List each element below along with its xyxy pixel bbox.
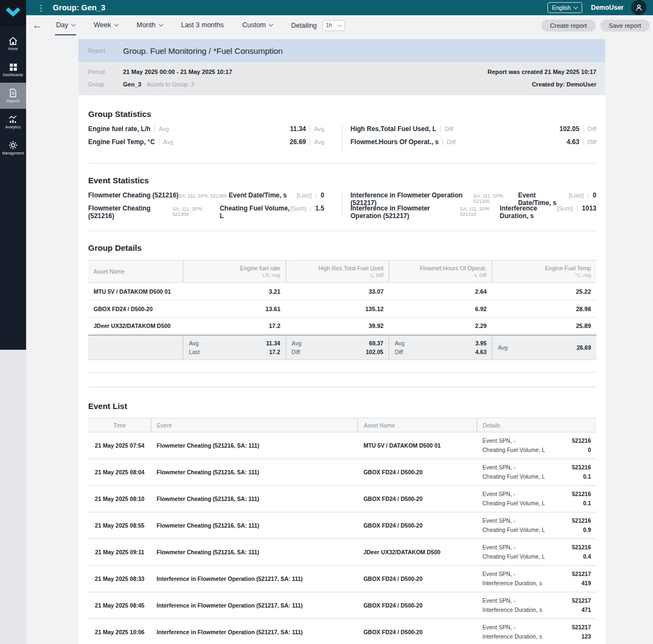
event-cell: Interference in Flowmeter Operation (521…: [151, 566, 358, 592]
tab-custom[interactable]: Custom: [241, 15, 274, 35]
sidebar-item-label: Home: [8, 47, 18, 51]
kebab-menu-icon[interactable]: ⋮: [37, 4, 45, 12]
time-cell: 21 May 2025 08:33: [88, 566, 151, 592]
chevron-down-icon: [114, 22, 119, 26]
temp-cell: 25.89: [492, 318, 597, 335]
event-value: 1013: [582, 205, 596, 212]
asset-cell: GBOX FD24 / D500-20: [358, 459, 477, 486]
stat-agg: Diff: [442, 139, 455, 145]
app-logo[interactable]: [0, 0, 26, 26]
group-statistics-section: Group Statistics Engine fuel rate, L/h A…: [78, 109, 605, 151]
summary-cell: Avg11.34 Last17.2: [183, 335, 286, 360]
stat-row: Engine Fuel Temp, °C Avg 26.69Avg: [88, 138, 324, 151]
stat-value: 4.63: [566, 138, 579, 146]
chevron-down-icon: [158, 22, 163, 26]
event-row[interactable]: 21 May 2025 09:11 Flowmeter Cheating (52…: [88, 539, 596, 566]
detailing-value: 1h: [326, 22, 332, 28]
tab-last-3-months[interactable]: Last 3 months: [180, 15, 225, 35]
tab-label: Week: [94, 21, 111, 29]
event-stat-row: Flowmeter Cheating (521216) SA: 111, SPN…: [88, 191, 324, 205]
home-icon: [9, 37, 17, 45]
create-report-button[interactable]: Create report: [541, 20, 596, 32]
event-stat-row: Interference in Flowmeter Operation (521…: [350, 191, 596, 205]
chevron-down-icon: [337, 22, 342, 27]
event-value: 1.5: [315, 205, 324, 212]
assets-info: Assets to Group: 3: [147, 81, 194, 88]
stat-row: Flowmet.Hours Of Operat., s Diff 4.63Dif…: [350, 138, 596, 151]
fuel-rate-cell: 3.21: [183, 283, 286, 300]
group-details-table: Asset Name Engine fuel rateL/h, Avg High…: [88, 260, 596, 360]
event-row[interactable]: 21 May 2025 08:10 Flowmeter Cheating (52…: [88, 486, 596, 512]
sidebar-item-analytics[interactable]: Analytics: [0, 109, 26, 135]
event-meta: SA: 111, SPN: 521309: [173, 206, 218, 217]
event-row[interactable]: 21 May 2025 08:04 Flowmeter Cheating (52…: [88, 459, 596, 486]
group-label: Group: [88, 81, 123, 88]
period-row: Period 21 May 2025 00:00 - 21 May 2025 1…: [88, 69, 596, 75]
sidebar-nav: Home Dashboards Reports: [0, 26, 26, 350]
column-header-hours[interactable]: Flowmet.Hours Of Operat.s, Diff: [389, 261, 492, 283]
tab-label: Month: [137, 21, 156, 29]
user-name: DemoUser: [591, 4, 624, 11]
language-selector[interactable]: English: [547, 2, 582, 13]
back-arrow-icon[interactable]: ←: [33, 21, 42, 30]
dashboards-icon: [9, 63, 17, 71]
event-value: 0: [321, 191, 324, 199]
event-cell: Interference in Flowmeter Operation (521…: [151, 619, 358, 644]
section-title: Event List: [88, 401, 596, 411]
details-cell: Event SPN, -521216 Cheating Fuel Volume,…: [477, 486, 596, 512]
stat-value: 102.05: [559, 125, 580, 133]
hours-cell: 2.64: [389, 283, 492, 300]
chevron-logo-icon: [5, 7, 21, 19]
table-row[interactable]: MTU 5V / DATAKOM D500 01 3.21 33.07 2.64…: [88, 283, 596, 300]
sidebar-item-dashboards[interactable]: Dashboards: [0, 57, 26, 83]
content-area: Report Group. Fuel Monitoring / *Fuel Co…: [26, 35, 653, 644]
analytics-icon: [9, 115, 17, 123]
details-cell: Event SPN, -521216 Cheating Fuel Volume,…: [477, 459, 596, 486]
event-row[interactable]: 21 May 2025 08:45 Interference in Flowme…: [88, 592, 596, 619]
event-row[interactable]: 21 May 2025 08:55 Flowmeter Cheating (52…: [88, 512, 596, 539]
asset-cell: GBOX FD24 / D500-20: [358, 566, 477, 592]
sidebar-item-home[interactable]: Home: [0, 30, 26, 57]
chevron-down-icon: [574, 4, 578, 9]
event-row[interactable]: 21 May 2025 10:06 Interference in Flowme…: [88, 619, 596, 644]
save-report-button[interactable]: Save report: [600, 20, 650, 32]
event-metric: Cheating Fuel Volume, L: [220, 205, 291, 220]
event-meta: SA: 111, SPN: 521310: [460, 206, 497, 217]
event-agg: [Last]: [297, 192, 312, 199]
section-divider: [88, 163, 596, 164]
tab-week[interactable]: Week: [93, 15, 119, 35]
summary-cell: Avg69.37 Diff102.05: [286, 335, 389, 360]
created-by: Created by: DemoUser: [532, 81, 596, 88]
column-header-temp[interactable]: Engine Fuel Temp°C, Avg: [492, 261, 597, 283]
stat-value-agg: Diff: [583, 139, 596, 145]
column-header-fuel-used[interactable]: High Res.Total Fuel UsedL, Diff: [286, 261, 389, 283]
sidebar-item-management[interactable]: Management: [0, 135, 26, 161]
column-header-asset[interactable]: Asset Name: [88, 261, 183, 283]
column-header-fuel-rate[interactable]: Engine fuel rateL/h, Avg: [183, 261, 286, 283]
avatar[interactable]: [631, 0, 646, 15]
time-cell: 21 May 2025 08:10: [88, 486, 151, 512]
tab-month[interactable]: Month: [135, 15, 164, 35]
column-header-asset[interactable]: Asset Name: [358, 418, 477, 432]
fuel-rate-cell: 17.2: [183, 318, 286, 335]
stat-agg: Avg: [159, 139, 174, 145]
event-list-section: Event List Time Event Asset Name Details: [78, 401, 605, 644]
language-label: English: [552, 4, 571, 11]
summary-empty-cell: [88, 335, 183, 360]
table-row[interactable]: JDeer UX32/DATAKOM D500 17.2 39.92 2.29 …: [88, 318, 596, 335]
event-row[interactable]: 21 May 2025 08:33 Interference in Flowme…: [88, 566, 596, 592]
column-header-time[interactable]: Time: [88, 418, 151, 432]
temp-cell: 25.22: [492, 283, 597, 300]
column-header-event[interactable]: Event: [151, 418, 358, 432]
asset-name-cell: JDeer UX32/DATAKOM D500: [88, 318, 183, 335]
details-cell: Event SPN, -521216 Cheating Fuel Volume,…: [477, 432, 596, 459]
event-agg: [Sum]: [557, 205, 573, 212]
column-header-details[interactable]: Details: [477, 418, 596, 432]
fuel-rate-cell: 13.61: [183, 300, 286, 318]
detailing-select[interactable]: 1h: [322, 20, 345, 31]
event-metric: Event Date/Time, s: [229, 191, 287, 199]
sidebar-item-reports[interactable]: Reports: [0, 83, 26, 109]
table-row[interactable]: GBOX FD24 / D500-20 13.61 135.12 6.92 28…: [88, 300, 596, 318]
tab-day[interactable]: Day: [55, 15, 76, 35]
event-row[interactable]: 21 May 2025 07:54 Flowmeter Cheating (52…: [88, 432, 596, 459]
